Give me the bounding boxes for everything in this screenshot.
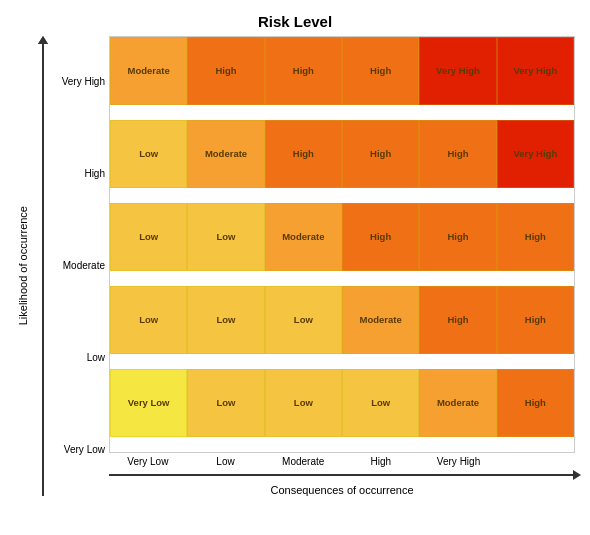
y-axis-arrow [38, 36, 48, 496]
risk-matrix: Risk Level Likelihood of occurrence Very… [15, 13, 575, 523]
risk-cell: High [497, 286, 574, 354]
risk-cell: High [342, 120, 419, 188]
x-label: High [342, 456, 420, 467]
risk-cell: Low [265, 369, 342, 437]
risk-cell: Moderate [342, 286, 419, 354]
x-labels: Very LowLowModerateHighVery High [109, 456, 575, 467]
y-label: Very Low [64, 444, 105, 456]
risk-cell: High [497, 203, 574, 271]
x-label [497, 456, 575, 467]
risk-cell: Low [110, 203, 187, 271]
risk-cell: Moderate [110, 37, 187, 105]
risk-cell: Very High [419, 37, 496, 105]
risk-cell: Low [265, 286, 342, 354]
y-label: High [84, 168, 105, 180]
risk-cell: Low [110, 120, 187, 188]
risk-cell: Very High [497, 37, 574, 105]
y-label: Moderate [63, 260, 105, 272]
risk-grid: ModerateHighHighHighVery HighVery HighLo… [109, 36, 575, 453]
risk-cell: Very High [497, 120, 574, 188]
risk-cell: Moderate [419, 369, 496, 437]
x-label: Moderate [264, 456, 342, 467]
risk-cell: Low [187, 203, 264, 271]
risk-cell: High [419, 120, 496, 188]
risk-cell: Low [187, 286, 264, 354]
y-label: Low [87, 352, 105, 364]
risk-cell: Very Low [110, 369, 187, 437]
risk-cell: High [497, 369, 574, 437]
x-label: Low [187, 456, 265, 467]
y-label: Very High [62, 76, 105, 88]
x-label: Very Low [109, 456, 187, 467]
risk-cell: Low [110, 286, 187, 354]
risk-cell: Moderate [187, 120, 264, 188]
chart-title: Risk Level [15, 13, 575, 30]
x-axis-arrow [109, 474, 575, 476]
x-label: Very High [420, 456, 498, 467]
risk-cell: High [419, 203, 496, 271]
risk-cell: High [342, 203, 419, 271]
risk-cell: High [419, 286, 496, 354]
risk-cell: High [187, 37, 264, 105]
y-labels: Very HighHighModerateLowVery Low [51, 36, 109, 496]
risk-cell: High [265, 37, 342, 105]
x-axis-label: Consequences of occurrence [109, 484, 575, 496]
risk-cell: Low [342, 369, 419, 437]
y-axis-label: Likelihood of occurrence [15, 206, 31, 325]
risk-cell: High [265, 120, 342, 188]
risk-cell: High [342, 37, 419, 105]
risk-cell: Moderate [265, 203, 342, 271]
risk-cell: Low [187, 369, 264, 437]
